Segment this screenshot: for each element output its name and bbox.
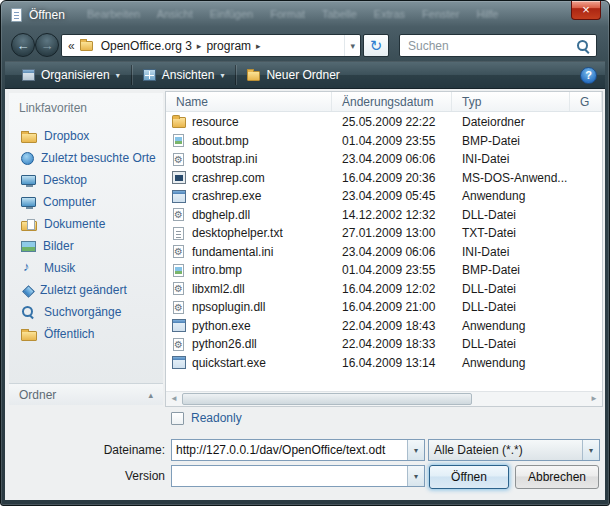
column-header-name[interactable]: Name: [166, 92, 332, 111]
toolbar-separator: [131, 65, 132, 85]
column-header-date[interactable]: Änderungsdatum: [332, 92, 452, 111]
sidebar-item-dropbox[interactable]: Dropbox: [9, 125, 163, 147]
file-list: Name Änderungsdatum Typ G resource 25.05…: [165, 91, 603, 407]
folder-icon: [80, 41, 93, 51]
folder-icon: [172, 117, 186, 128]
search-icon[interactable]: [576, 39, 590, 53]
application-icon: [172, 190, 186, 203]
sidebar-item-computer[interactable]: Computer: [9, 191, 163, 213]
chevron-right-icon: ▸: [254, 41, 263, 51]
file-row[interactable]: dbghelp.dll 14.12.2002 12:32 DLL-Datei: [166, 206, 602, 225]
ini-file-icon: [173, 153, 184, 166]
breadcrumb-overflow-chevron[interactable]: «: [62, 39, 80, 53]
filetype-select[interactable]: Alle Dateien (*.*) ▾: [428, 439, 600, 461]
computer-icon: [21, 197, 36, 207]
sidebar-item-searches[interactable]: Suchvorgänge: [9, 301, 163, 323]
dialog-icon: [11, 8, 22, 22]
version-select[interactable]: ▾: [171, 465, 425, 487]
chevron-down-icon[interactable]: ▾: [407, 466, 424, 486]
sidebar-item-pictures[interactable]: Bilder: [9, 235, 163, 257]
help-button[interactable]: ?: [580, 67, 597, 84]
file-row[interactable]: resource 25.05.2009 22:22 Dateiordner: [166, 113, 602, 132]
readonly-label[interactable]: Readonly: [191, 411, 242, 425]
file-rows: resource 25.05.2009 22:22 Dateiordner ab…: [166, 113, 602, 372]
refresh-button[interactable]: ↻: [363, 34, 389, 57]
file-row[interactable]: bootstrap.ini 23.04.2009 06:06 INI-Datei: [166, 150, 602, 169]
application-icon: [172, 319, 186, 332]
sidebar-item-music[interactable]: Musik: [9, 257, 163, 279]
file-row[interactable]: python.exe 22.04.2009 18:43 Anwendung: [166, 317, 602, 336]
window-title: Öffnen: [29, 8, 65, 22]
sidebar-item-documents[interactable]: Dokumente: [9, 213, 163, 235]
filename-input[interactable]: [172, 442, 407, 458]
breadcrumb-item-program[interactable]: program: [203, 39, 254, 53]
ini-file-icon: [173, 245, 184, 258]
back-arrow-icon: ←: [17, 38, 30, 53]
file-row[interactable]: crashrep.exe 23.04.2009 05:45 Anwendung: [166, 187, 602, 206]
breadcrumb[interactable]: « OpenOffice.org 3 ▸ program ▸ ▾: [61, 34, 361, 57]
search-box: [399, 34, 597, 57]
file-row[interactable]: fundamental.ini 23.04.2009 06:06 INI-Dat…: [166, 243, 602, 262]
version-label: Version: [5, 469, 165, 483]
forward-button[interactable]: →: [35, 33, 59, 57]
horizontal-scrollbar[interactable]: ◄ ►: [166, 391, 602, 406]
folders-expander[interactable]: Ordner ▴: [9, 383, 163, 405]
back-button[interactable]: ←: [11, 33, 35, 57]
folder-icon: [21, 133, 37, 143]
favorite-links-list: Dropbox Zuletzt besuchte Orte Desktop Co…: [9, 125, 163, 345]
sidebar-item-recent-places[interactable]: Zuletzt besuchte Orte: [9, 147, 163, 169]
dll-file-icon: [173, 301, 184, 314]
scrollbar-thumb[interactable]: [182, 393, 472, 405]
file-row[interactable]: about.bmp 01.04.2009 23:55 BMP-Datei: [166, 132, 602, 151]
column-header-size[interactable]: G: [570, 92, 602, 111]
titlebar[interactable]: Bearbeiten Ansicht Einfügen Format Tabel…: [1, 1, 609, 29]
application-icon: [172, 356, 186, 369]
column-header-type[interactable]: Typ: [452, 92, 570, 111]
documents-icon: [21, 221, 37, 231]
scroll-left-arrow[interactable]: ◄: [166, 392, 182, 406]
background-window-menu: Bearbeiten Ansicht Einfügen Format Tabel…: [87, 8, 517, 20]
organize-button[interactable]: Organisieren ▾: [13, 64, 129, 86]
new-folder-icon: [247, 71, 260, 81]
file-row[interactable]: crashrep.com 16.04.2009 20:36 MS-DOS-Anw…: [166, 169, 602, 188]
file-row[interactable]: python26.dll 22.04.2009 18:33 DLL-Datei: [166, 335, 602, 354]
views-label: Ansichten: [162, 68, 215, 82]
breadcrumb-item-openoffice[interactable]: OpenOffice.org 3: [98, 39, 195, 53]
sidebar-item-desktop[interactable]: Desktop: [9, 169, 163, 191]
file-row[interactable]: intro.bmp 01.04.2009 23:55 BMP-Datei: [166, 261, 602, 280]
sidebar-item-public[interactable]: Öffentlich: [9, 323, 163, 345]
scroll-right-arrow[interactable]: ►: [586, 392, 602, 406]
toolbar-separator: [235, 65, 236, 85]
msdos-application-icon: [172, 171, 186, 184]
chevron-down-icon: ▾: [116, 71, 120, 80]
open-button[interactable]: Öffnen: [429, 465, 509, 489]
chevron-down-icon[interactable]: ▾: [582, 440, 599, 460]
readonly-checkbox[interactable]: [171, 412, 184, 425]
favorite-links-header: Linkfavoriten: [9, 93, 163, 125]
filename-combobox: ▾: [171, 439, 425, 461]
file-row[interactable]: npsoplugin.dll 16.04.2009 21:00 DLL-Date…: [166, 298, 602, 317]
new-folder-button[interactable]: Neuer Ordner: [238, 64, 348, 86]
searches-icon: [21, 305, 37, 319]
scrollbar-track[interactable]: [472, 392, 586, 406]
recent-places-icon: [21, 152, 34, 165]
chevron-down-icon[interactable]: ▾: [407, 440, 424, 460]
cancel-button[interactable]: Abbrechen: [515, 465, 599, 489]
sidebar-item-recently-changed[interactable]: Zuletzt geändert: [9, 279, 163, 301]
public-folder-icon: [21, 331, 37, 341]
open-file-dialog: Bearbeiten Ansicht Einfügen Format Tabel…: [0, 0, 610, 506]
bottom-pane: Readonly Dateiname: ▾ Alle Dateien (*.*)…: [5, 405, 605, 500]
file-row[interactable]: desktophelper.txt 27.01.2009 13:00 TXT-D…: [166, 224, 602, 243]
filetype-value: Alle Dateien (*.*): [429, 443, 582, 457]
readonly-row: Readonly: [171, 411, 242, 425]
file-row[interactable]: quickstart.exe 16.04.2009 13:14 Anwendun…: [166, 354, 602, 373]
chevron-down-icon[interactable]: ▾: [344, 35, 360, 56]
file-row[interactable]: libxml2.dll 16.04.2009 12:02 DLL-Datei: [166, 280, 602, 299]
search-input[interactable]: [406, 38, 576, 54]
organize-label: Organisieren: [41, 68, 110, 82]
new-folder-label: Neuer Ordner: [266, 68, 339, 82]
folders-label: Ordner: [19, 388, 56, 402]
close-button[interactable]: ×: [571, 1, 601, 20]
views-button[interactable]: Ansichten ▾: [134, 64, 234, 86]
command-toolbar: Organisieren ▾ Ansichten ▾ Neuer Ordner …: [5, 61, 605, 89]
